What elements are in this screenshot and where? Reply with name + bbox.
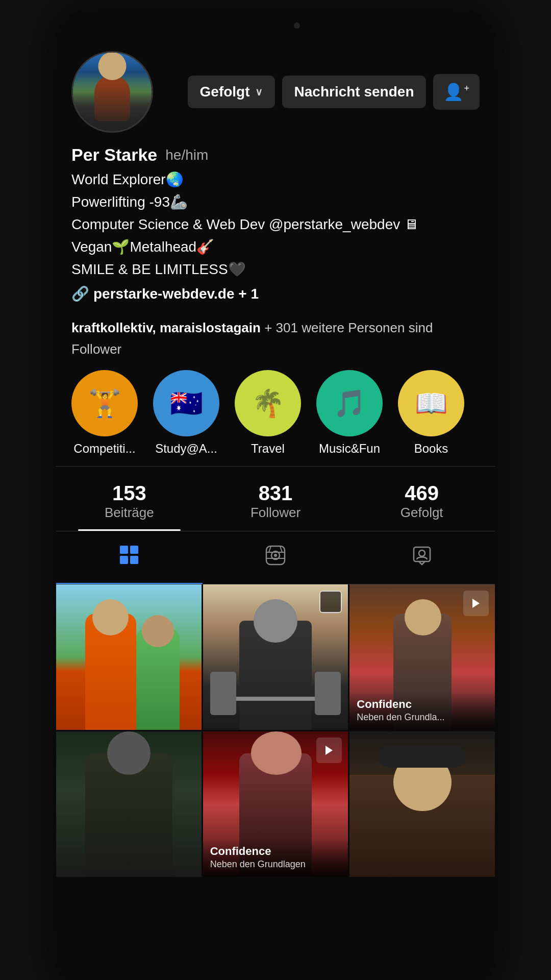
tab-tagged[interactable] <box>348 531 495 584</box>
message-button[interactable]: Nachricht senden <box>282 76 427 108</box>
bio-name-row: Per Starke he/him <box>71 145 480 165</box>
action-buttons: Gefolgt ∨ Nachricht senden 👤+ <box>168 74 480 110</box>
grid-item-5[interactable]: Confidence Neben den Grundlagen <box>203 731 348 877</box>
posts-label: Beiträge <box>105 505 154 520</box>
reel-play-icon-3 <box>463 591 489 616</box>
bio-line-3: Computer Science & Web Dev @perstarke_we… <box>71 214 480 235</box>
notch <box>245 18 306 33</box>
stat-following[interactable]: 469 Gefolgt <box>348 467 495 531</box>
tab-reels[interactable] <box>203 531 349 584</box>
tagged-icon <box>412 545 432 570</box>
svg-rect-1 <box>130 546 138 554</box>
highlight-label-music: Music&Fun <box>319 442 380 456</box>
bio-section: Per Starke he/him World Explorer🌏 Powerl… <box>56 133 495 307</box>
reels-icon <box>265 545 286 570</box>
grid-item-4[interactable] <box>56 731 202 877</box>
grid-item-2[interactable] <box>203 584 348 730</box>
svg-line-10 <box>280 546 282 552</box>
posts-count: 153 <box>56 482 203 505</box>
highlight-books[interactable]: 📖 Books <box>398 370 464 456</box>
tab-grid[interactable] <box>56 531 203 584</box>
reel-play-icon-5 <box>316 738 342 763</box>
bio-line-4: Vegan🌱Metalhead🎸 <box>71 236 480 258</box>
add-user-button[interactable]: 👤+ <box>433 74 480 110</box>
followed-button[interactable]: Gefolgt ∨ <box>188 76 275 108</box>
photo-grid: Confidenc Neben den Grundla... <box>56 584 495 876</box>
highlight-circle-competitions: 🏋 <box>71 370 138 436</box>
svg-rect-3 <box>130 556 138 564</box>
following-count: 469 <box>348 482 495 505</box>
highlight-circle-music: 🎵 <box>316 370 383 436</box>
highlight-emoji-competitions: 🏋 <box>88 388 121 419</box>
video-overlay-5: Confidence Neben den Grundlagen <box>203 839 348 877</box>
highlight-label-travel: Travel <box>251 442 285 456</box>
chevron-down-icon: ∨ <box>255 86 263 98</box>
svg-marker-13 <box>472 599 480 608</box>
stat-followers[interactable]: 831 Follower <box>203 467 349 531</box>
highlight-label-study: Study@A... <box>155 442 217 456</box>
stats-row: 153 Beiträge 831 Follower 469 Gefolgt <box>56 467 495 531</box>
stat-posts[interactable]: 153 Beiträge <box>56 467 203 531</box>
highlight-competitions[interactable]: 🏋 Competiti... <box>71 370 138 456</box>
svg-point-12 <box>419 550 425 556</box>
profile-pronouns: he/him <box>165 147 208 163</box>
svg-point-6 <box>274 554 277 557</box>
add-user-icon: 👤+ <box>443 82 469 102</box>
followers-count: 831 <box>203 482 349 505</box>
video-overlay-3: Confidenc Neben den Grundla... <box>349 692 495 730</box>
highlight-extra[interactable] <box>480 370 495 456</box>
profile-header: Gefolgt ∨ Nachricht senden 👤+ <box>56 41 495 133</box>
bio-line-2: Powerlifting -93🦾 <box>71 191 480 213</box>
svg-rect-0 <box>120 546 128 554</box>
bio-line-1: World Explorer🌏 <box>71 169 480 190</box>
bio-link[interactable]: 🔗 perstarke-webdev.de + 1 <box>71 285 480 302</box>
mutual-followers[interactable]: kraftkollektiv, maraislostagain + 301 we… <box>56 317 495 360</box>
highlight-circle-study: 🇦🇺 <box>153 370 219 436</box>
highlight-travel[interactable]: 🌴 Travel <box>235 370 301 456</box>
highlight-label-competitions: Competiti... <box>73 442 135 456</box>
phone-frame: Gefolgt ∨ Nachricht senden 👤+ Per Starke… <box>56 10 495 980</box>
highlight-emoji-music: 🎵 <box>333 388 366 419</box>
bio-line-5: SMILE & BE LIMITLESS🖤 <box>71 259 480 280</box>
grid-icon <box>119 545 139 570</box>
followed-label: Gefolgt <box>200 84 250 100</box>
tab-bar <box>56 531 495 584</box>
svg-line-9 <box>269 546 271 552</box>
following-label: Gefolgt <box>400 505 443 520</box>
highlight-label-books: Books <box>414 442 448 456</box>
highlight-emoji-study: 🇦🇺 <box>170 388 203 419</box>
highlight-study[interactable]: 🇦🇺 Study@A... <box>153 370 219 456</box>
highlight-music[interactable]: 🎵 Music&Fun <box>316 370 383 456</box>
grid-item-6[interactable] <box>349 731 495 877</box>
video-title-5: Confidence <box>210 844 341 859</box>
video-subtitle-3: Neben den Grundla... <box>357 712 488 723</box>
followers-label: Follower <box>251 505 300 520</box>
status-bar <box>56 10 495 41</box>
avatar <box>71 51 153 133</box>
video-subtitle-5: Neben den Grundlagen <box>210 859 341 870</box>
highlight-emoji-books: 📖 <box>415 388 448 419</box>
camera-icon <box>294 22 300 29</box>
highlights-section: 🏋 Competiti... 🇦🇺 Study@A... 🌴 Travel 🎵 … <box>56 360 495 466</box>
grid-item-3[interactable]: Confidenc Neben den Grundla... <box>349 584 495 730</box>
profile-name: Per Starke <box>71 145 157 165</box>
highlight-circle-books: 📖 <box>398 370 464 436</box>
grid-item-1[interactable] <box>56 584 202 730</box>
link-text: perstarke-webdev.de + 1 <box>93 286 259 302</box>
avatar-image <box>73 53 152 131</box>
svg-marker-14 <box>325 746 333 755</box>
video-badge <box>319 591 342 613</box>
svg-rect-2 <box>120 556 128 564</box>
highlight-emoji-travel: 🌴 <box>252 388 285 419</box>
mutual-followers-names: kraftkollektiv, maraislostagain <box>71 320 261 335</box>
message-label: Nachricht senden <box>294 84 414 100</box>
video-title-3: Confidenc <box>357 697 488 712</box>
highlight-circle-travel: 🌴 <box>235 370 301 436</box>
link-icon: 🔗 <box>71 285 89 302</box>
